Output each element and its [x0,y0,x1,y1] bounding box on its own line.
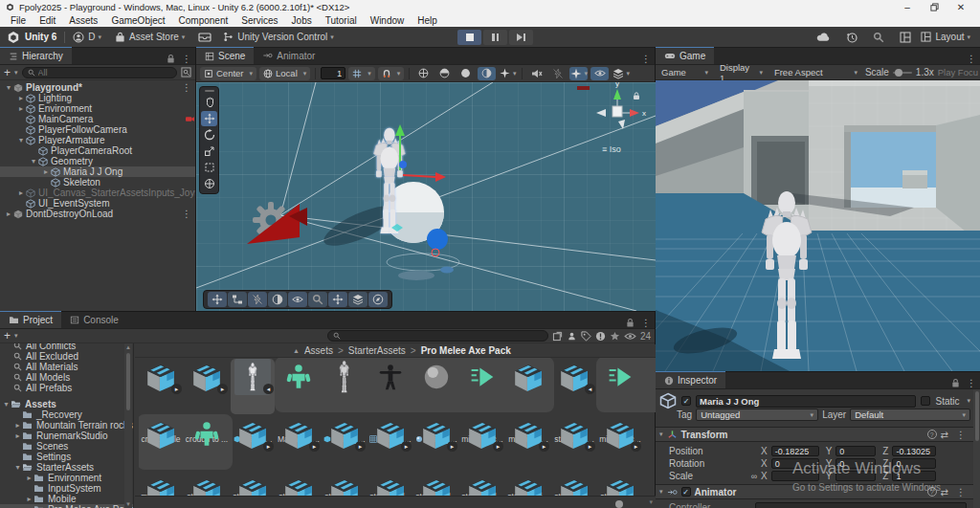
hand-tool-button[interactable] [201,95,217,110]
layout-dropdown[interactable]: Layout▾ [921,32,970,42]
asset-item[interactable]: ▸standing ... [277,416,321,472]
expander-icon[interactable]: ▸ [41,167,51,176]
pivot-dropdown[interactable]: Center▾ [200,67,256,80]
asset-item[interactable]: mixamori... [506,359,550,414]
folder-scrollbar[interactable]: ▲ ▼ [124,343,132,508]
hierarchy-item[interactable]: PlayerFollowCamera [0,124,195,135]
folder-item[interactable]: Settings [0,452,133,462]
favorite-item[interactable]: All Materials [0,362,133,372]
favorite-item[interactable]: All Prefabs [0,383,133,393]
vis-toggle-4[interactable]: ▾ [612,67,630,80]
tree-overlay-button[interactable] [228,292,247,307]
kebab-icon[interactable]: ⋮ [178,209,195,219]
folder-item[interactable]: ▸Mountain Terrain rocks an [0,420,133,431]
kebab-icon[interactable]: ⋮ [952,487,969,497]
menu-component[interactable]: Component [172,13,235,27]
display-dropdown[interactable]: Display 1▾ [716,66,767,78]
render-toggle-4[interactable]: ▾ [499,67,517,80]
asset-item[interactable]: ▸ [139,474,183,496]
expander-icon[interactable]: ▸ [13,431,22,440]
asset-item[interactable]: ▸ [368,474,412,496]
asset-item[interactable]: ▸ [231,474,275,496]
sphere-right-overlay-button[interactable] [268,292,287,307]
z-field[interactable]: -0.13025 [892,446,936,456]
warning-filter-icon[interactable] [595,331,606,342]
y-field[interactable]: 0 [835,446,876,456]
vis-toggle-0[interactable] [527,67,546,80]
render-toggle-0[interactable] [414,67,433,80]
folder-item[interactable]: ▸Mobile [0,494,133,504]
transform-tool-button[interactable] [201,176,217,191]
y-field[interactable] [835,471,876,481]
asset-expand-badge[interactable]: ▸ [447,441,457,452]
scale-tool-button[interactable] [201,144,217,159]
inbox-icon[interactable] [198,33,212,42]
link-icon[interactable]: ∞ [747,472,761,481]
asset-item[interactable]: ▸ [414,474,458,496]
tab-project[interactable]: Project [0,311,61,328]
orientation-dropdown[interactable]: Local▾ [259,67,310,80]
menu-services[interactable]: Services [234,13,284,27]
hierarchy-item[interactable]: ▸Environment [0,103,195,114]
asset-collapse-badge[interactable]: ◂ [263,384,274,394]
move-tool-button[interactable] [201,111,217,126]
favorite-item[interactable]: All Models [0,372,133,383]
active-checkbox[interactable]: ✓ [681,396,691,406]
asset-expand-badge[interactable]: ▸ [401,441,412,452]
x-field[interactable] [771,471,819,481]
expander-icon[interactable]: ▾ [4,83,13,92]
asset-expand-badge[interactable]: ▸ [355,441,366,452]
pause-button[interactable] [483,30,507,45]
asset-item[interactable]: ▸ [598,474,642,496]
search-icon[interactable] [873,32,884,43]
asset-expand-badge[interactable]: ▸ [171,384,182,394]
hierarchy-item[interactable]: ▾Playground*⋮ [0,82,195,93]
inspector-scrollbar[interactable] [973,389,980,508]
hierarchy-item[interactable]: ▸DontDestroyOnLoad⋮ [0,209,195,219]
create-asset-button[interactable]: + [4,331,11,341]
snap-increment-input[interactable] [321,67,345,79]
asset-expand-badge[interactable]: ▸ [631,441,641,452]
tab-hierarchy[interactable]: Hierarchy [0,47,72,64]
kebab-icon[interactable]: ⋮ [963,378,980,388]
lock-icon[interactable] [951,378,960,388]
presets-icon[interactable]: ⇄ [941,487,948,497]
favorite-item[interactable]: All Excluded [0,351,133,362]
layers-overlay-button[interactable] [348,292,368,307]
favorite-item[interactable]: All Conflicts [0,343,133,351]
hierarchy-item[interactable]: ▾Geometry [0,156,195,166]
folder-item[interactable]: _Recovery [0,409,133,420]
menu-assets[interactable]: Assets [62,13,104,27]
tab-inspector[interactable]: Inspector [656,371,725,388]
expander-icon[interactable]: ▾ [13,463,22,472]
hierarchy-item[interactable]: ▸Maria J J Ong [0,166,195,177]
restore-button[interactable] [921,0,947,13]
folder-item[interactable]: ▾StarterAssets [0,462,133,473]
folder-item[interactable]: ▸Environment [0,473,133,483]
vis-toggle-2[interactable]: ▾ [569,67,588,80]
asset-item[interactable]: ◂Maria ... [231,359,275,414]
minimize-button[interactable]: – [894,0,921,13]
render-toggle-3[interactable] [478,67,496,80]
asset-expand-badge[interactable]: ▸ [263,441,274,452]
asset-item[interactable]: ▸standing l... [368,416,412,472]
menu-gameobject[interactable]: GameObject [104,13,171,27]
expander-icon[interactable]: ▸ [16,94,26,102]
eye-overlay-button[interactable] [288,292,307,307]
game-target-dropdown[interactable]: Game▾ [657,66,712,78]
asset-item[interactable]: ▸crouch idle [139,359,183,414]
asset-item[interactable]: mixamori... [139,416,183,472]
hierarchy-item[interactable]: UI_EventSystem [0,198,195,209]
footer-dropdown-icon[interactable]: ▾ [649,498,653,506]
menu-window[interactable]: Window [364,13,412,27]
asset-item[interactable]: ▸standing ... [323,416,367,472]
play-focused-dropdown[interactable]: Play Focu [938,67,978,77]
project-search-input[interactable] [327,330,548,342]
asset-item[interactable]: ▸ [552,474,596,496]
asset-expand-badge[interactable]: ▸ [539,441,549,452]
label-filter-icon[interactable] [581,331,591,342]
foldout-icon[interactable]: ▾ [659,431,663,438]
close-button[interactable]: ✕ [947,0,974,13]
expander-icon[interactable]: ▸ [4,210,13,218]
z-field[interactable]: 0 [892,458,936,469]
